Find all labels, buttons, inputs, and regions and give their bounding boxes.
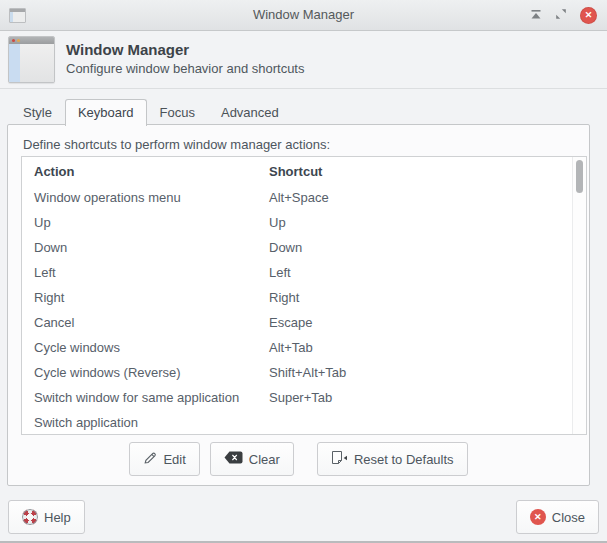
action-cell: Up [34, 215, 269, 230]
shortcut-cell: Super+Tab [269, 390, 586, 405]
table-row[interactable]: Cycle windows (Reverse)Shift+Alt+Tab [22, 360, 586, 385]
window-manager-app-icon [8, 36, 55, 83]
header-separator [0, 88, 607, 89]
shortcut-cell: Left [269, 265, 586, 280]
shortcut-table[interactable]: Action Shortcut Window operations menuAl… [21, 156, 587, 435]
table-header: Action Shortcut [22, 157, 586, 185]
shortcut-table-body: Window operations menuAlt+SpaceUpUpDownD… [22, 185, 586, 435]
backspace-icon [224, 451, 243, 467]
action-cell: Window operations menu [34, 190, 269, 205]
scrollbar-thumb[interactable] [576, 160, 583, 193]
app-icon-body [20, 44, 54, 82]
clear-button[interactable]: Clear [210, 442, 294, 476]
clear-button-label: Clear [249, 452, 280, 467]
shortcut-cell: Alt+Tab [269, 340, 586, 355]
shortcuts-description: Define shortcuts to perform window manag… [23, 137, 330, 152]
window-manager-dialog: Window Manager ✕ Window Manager Co [0, 0, 607, 543]
app-icon-close-dot [12, 39, 15, 42]
table-scrollbar[interactable] [572, 157, 586, 434]
keyboard-tab-page: Define shortcuts to perform window manag… [7, 124, 590, 486]
table-row[interactable]: Switch window for same applicationSuper+… [22, 385, 586, 410]
action-cell: Right [34, 290, 269, 305]
action-cell: Cycle windows (Reverse) [34, 365, 269, 380]
column-header-action[interactable]: Action [34, 164, 269, 179]
tab-bar: StyleKeyboardFocusAdvanced [10, 99, 292, 126]
action-cell: Down [34, 240, 269, 255]
shade-icon[interactable] [530, 6, 542, 24]
shortcut-cell: Up [269, 215, 586, 230]
close-button-label: Close [552, 510, 585, 525]
help-button-label: Help [44, 510, 71, 525]
tab-style[interactable]: Style [10, 99, 65, 126]
tab-keyboard[interactable]: Keyboard [65, 99, 147, 126]
shortcut-cell: Right [269, 290, 586, 305]
table-row[interactable]: CancelEscape [22, 310, 586, 335]
app-icon-sidebar [9, 44, 20, 82]
window-title: Window Manager [0, 0, 607, 30]
maximize-icon[interactable] [555, 6, 567, 24]
action-cell: Left [34, 265, 269, 280]
table-row[interactable]: UpUp [22, 210, 586, 235]
tab-advanced[interactable]: Advanced [208, 99, 292, 126]
close-circle-icon: ✕ [530, 509, 546, 525]
close-button[interactable]: ✕ Close [516, 500, 599, 534]
edit-button[interactable]: Edit [129, 442, 199, 476]
pencil-icon [143, 451, 157, 468]
table-row[interactable]: Switch application [22, 410, 586, 435]
reset-button-label: Reset to Defaults [354, 452, 454, 467]
shortcut-cell: Escape [269, 315, 586, 330]
table-row[interactable]: DownDown [22, 235, 586, 260]
titlebar[interactable]: Window Manager ✕ [0, 0, 607, 31]
table-row[interactable]: Cycle windowsAlt+Tab [22, 335, 586, 360]
revert-document-icon [331, 451, 348, 468]
app-icon-max-dot [17, 39, 20, 42]
titlebar-buttons: ✕ [530, 0, 597, 30]
shortcut-cell: Alt+Space [269, 190, 586, 205]
table-row[interactable]: LeftLeft [22, 260, 586, 285]
app-icon-titlebar [9, 37, 54, 44]
action-cell: Cancel [34, 315, 269, 330]
page-title: Window Manager [66, 41, 189, 58]
page-subtitle: Configure window behavior and shortcuts [66, 61, 304, 76]
tab-focus[interactable]: Focus [147, 99, 208, 126]
lifesaver-help-icon [22, 509, 38, 525]
help-button[interactable]: Help [8, 500, 85, 534]
shortcut-action-buttons: Edit Clear [8, 442, 589, 476]
shortcut-cell: Down [269, 240, 586, 255]
close-icon[interactable]: ✕ [580, 7, 597, 24]
table-row[interactable]: RightRight [22, 285, 586, 310]
action-cell: Switch window for same application [34, 390, 269, 405]
column-header-shortcut[interactable]: Shortcut [269, 164, 322, 179]
reset-to-defaults-button[interactable]: Reset to Defaults [317, 442, 468, 476]
action-cell: Cycle windows [34, 340, 269, 355]
shortcut-cell: Shift+Alt+Tab [269, 365, 586, 380]
table-row[interactable]: Window operations menuAlt+Space [22, 185, 586, 210]
edit-button-label: Edit [163, 452, 185, 467]
action-cell: Switch application [34, 415, 269, 430]
